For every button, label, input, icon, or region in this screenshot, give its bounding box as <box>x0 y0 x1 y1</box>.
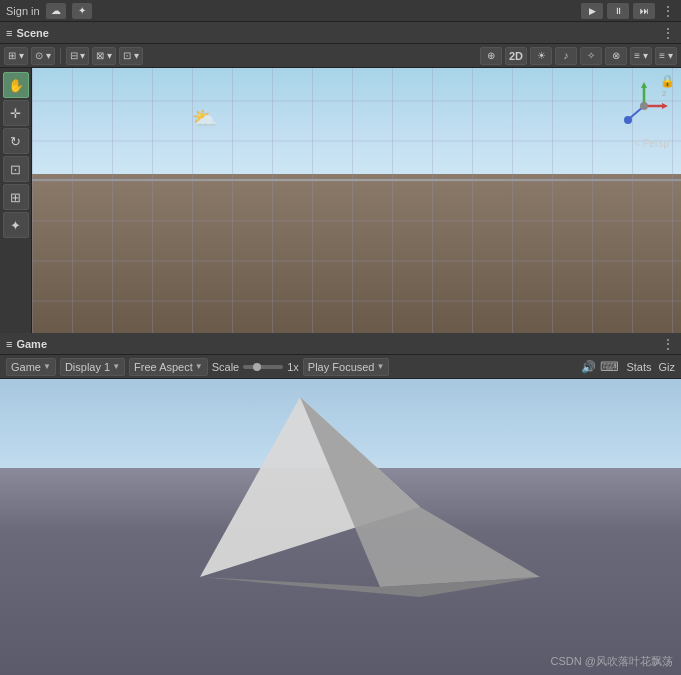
top-bar-menu[interactable]: ⋮ <box>661 3 675 19</box>
scene-snap-btn[interactable]: ⊠ ▾ <box>92 47 116 65</box>
aspect-label: Free Aspect <box>134 361 193 373</box>
step-button[interactable]: ⏭ <box>633 3 655 19</box>
scale-slider[interactable] <box>243 365 283 369</box>
display-label: Display 1 <box>65 361 110 373</box>
scene-layers[interactable]: ≡ ▾ <box>630 47 652 65</box>
scene-gizmo-toggle[interactable]: ⊗ <box>605 47 627 65</box>
game-label: Game <box>11 361 41 373</box>
playback-controls: ▶ ⏸ ⏭ <box>581 3 655 19</box>
svg-point-5 <box>624 116 632 124</box>
scale-slider-dot <box>253 363 261 371</box>
scene-content: ✋ ✛ ↻ ⊡ ⊞ ✦ ⛅ <box>0 68 681 333</box>
keyboard-icon[interactable]: ⌨ <box>600 359 619 374</box>
toolbar-divider-1 <box>60 48 61 64</box>
scene-tab-bar: ≡ Scene ⋮ <box>0 22 681 44</box>
scene-light-toggle[interactable]: ☀ <box>530 47 552 65</box>
persp-label: < Persp <box>634 138 669 149</box>
svg-marker-3 <box>662 103 668 109</box>
collab-icon[interactable]: ✦ <box>72 3 92 19</box>
play-focused-dropdown-arrow: ▼ <box>377 362 385 371</box>
scene-2d-toggle[interactable]: 2D <box>505 47 527 65</box>
game-tab-label: Game <box>16 338 47 350</box>
scene-effects-toggle[interactable]: ✧ <box>580 47 602 65</box>
speaker-icon[interactable]: 🔊 <box>581 360 596 374</box>
scene-audio-toggle[interactable]: ♪ <box>555 47 577 65</box>
lock-icon: 🔒 <box>660 74 675 88</box>
game-tab-icon: ≡ <box>6 338 12 350</box>
transform-tool-btn[interactable]: ✦ <box>3 212 29 238</box>
game-dropdown-arrow: ▼ <box>43 362 51 371</box>
rect-tool-btn[interactable]: ⊞ <box>3 184 29 210</box>
scale-label: Scale <box>212 361 240 373</box>
scene-left-tools: ✋ ✛ ↻ ⊡ ⊞ ✦ <box>0 68 32 333</box>
display-dropdown[interactable]: Display 1 ▼ <box>60 358 125 376</box>
svg-marker-1 <box>641 82 647 88</box>
top-bar: Sign in ☁ ✦ ▶ ⏸ ⏭ ⋮ <box>0 0 681 22</box>
watermark: CSDN @风吹落叶花飘荡 <box>551 654 673 669</box>
aspect-dropdown-arrow: ▼ <box>195 362 203 371</box>
scene-tab-label: Scene <box>16 27 48 39</box>
scene-panel: ≡ Scene ⋮ ⊞ ▾ ⊙ ▾ ⊟ ▾ ⊠ ▾ ⊡ ▾ ⊕ 2D ☀ ♪ ✧… <box>0 22 681 333</box>
game-view-dropdown[interactable]: Game ▼ <box>6 358 56 376</box>
rotate-tool-btn[interactable]: ↻ <box>3 128 29 154</box>
game-viewport-inner: CSDN @风吹落叶花飘荡 <box>0 379 681 675</box>
game-tab[interactable]: ≡ Game <box>6 338 47 350</box>
scene-grid <box>32 68 681 333</box>
stats-button[interactable]: Stats <box>623 361 654 373</box>
scene-draw-mode[interactable]: ⊞ ▾ <box>4 47 28 65</box>
scene-cloud: ⛅ <box>192 106 217 130</box>
game-viewport[interactable]: CSDN @风吹落叶花飘荡 <box>0 379 681 675</box>
play-focused-dropdown[interactable]: Play Focused ▼ <box>303 358 390 376</box>
scene-more[interactable]: ≡ ▾ <box>655 47 677 65</box>
scene-view-mode[interactable]: ⊙ ▾ <box>31 47 55 65</box>
hand-tool-btn[interactable]: ✋ <box>3 72 29 98</box>
scene-view-type[interactable]: ⊕ <box>480 47 502 65</box>
scale-tool-btn[interactable]: ⊡ <box>3 156 29 182</box>
scene-grid-btn[interactable]: ⊡ ▾ <box>119 47 143 65</box>
scene-toolbar: ⊞ ▾ ⊙ ▾ ⊟ ▾ ⊠ ▾ ⊡ ▾ ⊕ 2D ☀ ♪ ✧ ⊗ ≡ ▾ ≡ ▾ <box>0 44 681 68</box>
pause-button[interactable]: ⏸ <box>607 3 629 19</box>
svg-point-7 <box>640 102 648 110</box>
scene-toggle-btn[interactable]: ⊟ ▾ <box>66 47 90 65</box>
move-tool-btn[interactable]: ✛ <box>3 100 29 126</box>
aspect-dropdown[interactable]: Free Aspect ▼ <box>129 358 208 376</box>
svg-text:2: 2 <box>662 89 667 98</box>
sign-in-link[interactable]: Sign in <box>6 5 40 17</box>
scene-viewport-inner: ⛅ 2 <box>32 68 681 333</box>
scene-panel-menu[interactable]: ⋮ <box>661 25 675 41</box>
game-toolbar: Game ▼ Display 1 ▼ Free Aspect ▼ Scale 1… <box>0 355 681 379</box>
play-focused-label: Play Focused <box>308 361 375 373</box>
scene-tab-icon: ≡ <box>6 27 12 39</box>
gizmos-button[interactable]: Giz <box>659 361 676 373</box>
play-button[interactable]: ▶ <box>581 3 603 19</box>
game-tab-bar: ≡ Game ⋮ <box>0 333 681 355</box>
cloud-icon[interactable]: ☁ <box>46 3 66 19</box>
game-geometry-svg <box>100 379 580 617</box>
display-dropdown-arrow: ▼ <box>112 362 120 371</box>
game-panel: ≡ Game ⋮ Game ▼ Display 1 ▼ Free Aspect … <box>0 333 681 675</box>
scale-value: 1x <box>287 361 299 373</box>
scene-tab[interactable]: ≡ Scene <box>6 27 49 39</box>
game-panel-menu[interactable]: ⋮ <box>661 336 675 352</box>
scene-viewport[interactable]: ⛅ 2 <box>32 68 681 333</box>
